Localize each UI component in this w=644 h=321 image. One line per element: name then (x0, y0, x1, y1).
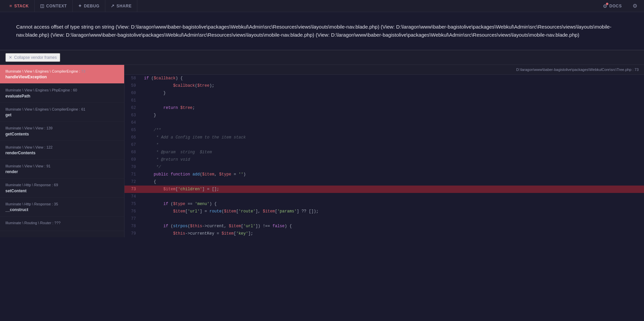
frame-1-class: Illuminate \ View \ Engines \ PhpEngine … (5, 88, 119, 93)
line-number-60: 60 (124, 90, 141, 96)
stack-frame-2[interactable]: Illuminate \ View \ Engines \ CompilerEn… (0, 103, 124, 122)
nav-share-label: SHARE (116, 4, 132, 8)
frame-2-method: get (5, 113, 119, 117)
docs-button[interactable]: ⊙ DOCS (599, 0, 626, 12)
frame-1-method: evaluatePath (5, 94, 119, 98)
nav-item-stack[interactable]: ≡ STACK (4, 0, 35, 12)
top-navigation: ≡ STACK ◫ CONTEXT ✦ DEBUG ↗ SHARE ⊙ DOCS… (0, 0, 644, 12)
code-content: 58 if ($callback) { 59 $callback($tree);… (124, 75, 644, 237)
line-number-79: 79 (124, 231, 141, 236)
line-number-66: 66 (124, 135, 141, 140)
stack-frame-4[interactable]: Illuminate \ View \ View : 122 renderCon… (0, 141, 124, 160)
nav-item-share[interactable]: ↗ SHARE (105, 0, 138, 12)
stack-frame-6[interactable]: Illuminate \ Http \ Response : 69 setCon… (0, 178, 124, 197)
settings-button[interactable]: ⚙ (630, 3, 640, 9)
line-number-59: 59 (124, 83, 141, 88)
line-number-62: 62 (124, 105, 141, 111)
docs-label: DOCS (609, 4, 622, 8)
line-text-58: if ($callback) { (141, 75, 644, 82)
nav-item-context[interactable]: ◫ CONTEXT (35, 0, 73, 12)
collapse-icon: ✕ (9, 55, 12, 60)
line-number-72: 72 (124, 179, 141, 185)
line-text-75: if ($type == 'menu') { (141, 200, 644, 208)
line-number-77: 77 (124, 216, 141, 222)
line-text-76: $item['url'] = route($item['route'], $it… (141, 208, 644, 215)
line-text-59: $callback($tree); (141, 82, 644, 89)
file-path: D:\laragon\www\baber-bagistolive\package… (124, 65, 644, 75)
code-line-76: 76 $item['url'] = route($item['route'], … (124, 208, 644, 215)
line-number-75: 75 (124, 201, 141, 207)
code-line-60: 60 } (124, 89, 644, 97)
code-line-62: 62 return $tree; (124, 104, 644, 112)
code-line-64: 64 (124, 119, 644, 126)
stack-frame-7[interactable]: Illuminate \ Http \ Response : 35 __cons… (0, 198, 124, 216)
frame-7-class: Illuminate \ Http \ Response : 35 (5, 202, 119, 207)
nav-item-debug[interactable]: ✦ DEBUG (73, 0, 105, 12)
line-text-63: } (141, 112, 644, 119)
stack-frame-3[interactable]: Illuminate \ View \ View : 139 getConten… (0, 122, 124, 141)
code-line-74: 74 (124, 193, 644, 200)
frame-0-class: Illuminate \ View \ Engines \ CompilerEn… (5, 69, 119, 74)
share-icon: ↗ (111, 3, 115, 8)
stack-header: ✕ Collapse vendor frames (0, 50, 644, 65)
error-section: Cannot access offset of type string on s… (0, 12, 644, 50)
code-line-75: 75 if ($type == 'menu') { (124, 200, 644, 208)
line-number-67: 67 (124, 142, 141, 148)
code-line-61: 61 (124, 97, 644, 104)
docs-badge: ⊙ (603, 3, 607, 9)
frame-4-method: renderContents (5, 151, 119, 155)
line-text-66: * Add a Config item to the item stack (141, 134, 644, 141)
line-number-58: 58 (124, 76, 141, 81)
line-number-74: 74 (124, 194, 141, 199)
code-line-63: 63 } (124, 112, 644, 119)
line-number-70: 70 (124, 164, 141, 170)
code-line-70: 70 */ (124, 163, 644, 171)
line-text-73: $item['children'] = []; (141, 186, 644, 193)
line-number-68: 68 (124, 150, 141, 155)
line-number-61: 61 (124, 98, 141, 103)
line-text-70: */ (141, 163, 644, 171)
two-column-layout: Illuminate \ View \ Engines \ CompilerEn… (0, 65, 644, 237)
frame-3-class: Illuminate \ View \ View : 139 (5, 126, 119, 131)
line-text-60: } (141, 89, 644, 97)
frame-5-class: Illuminate \ View \ View : 91 (5, 164, 119, 169)
stack-frame-1[interactable]: Illuminate \ View \ Engines \ PhpEngine … (0, 84, 124, 103)
line-text-69: * @return void (141, 156, 644, 163)
frame-8-class: Illuminate \ Routing \ Router : ??? (5, 220, 119, 226)
line-text-78: if (strpos($this->current, $item['url'])… (141, 223, 644, 230)
line-text-79: $this->currentKey = $item['key']; (141, 230, 644, 237)
stack-frame-0[interactable]: Illuminate \ View \ Engines \ CompilerEn… (0, 65, 124, 84)
code-line-67: 67 * (124, 141, 644, 149)
line-number-78: 78 (124, 224, 141, 229)
code-line-77: 77 (124, 215, 644, 223)
debug-icon: ✦ (78, 3, 82, 8)
collapse-vendor-frames-button[interactable]: ✕ Collapse vendor frames (5, 53, 60, 62)
notification-dot (606, 3, 608, 5)
code-line-78: 78 if (strpos($this->current, $item['url… (124, 223, 644, 230)
nav-right: ⊙ DOCS ⚙ (599, 0, 640, 12)
code-line-79: 79 $this->currentKey = $item['key']; (124, 230, 644, 237)
frame-3-method: getContents (5, 132, 119, 136)
line-number-64: 64 (124, 120, 141, 125)
stack-panel: Illuminate \ View \ Engines \ CompilerEn… (0, 65, 124, 237)
code-line-58: 58 if ($callback) { (124, 75, 644, 82)
line-number-73: 73 (124, 187, 141, 192)
line-text-71: public function add($item, $type = '') (141, 171, 644, 178)
line-number-63: 63 (124, 113, 141, 118)
line-number-65: 65 (124, 127, 141, 133)
line-number-76: 76 (124, 209, 141, 214)
nav-context-label: CONTEXT (46, 4, 67, 8)
stack-frame-5[interactable]: Illuminate \ View \ View : 91 render (0, 160, 124, 178)
frame-4-class: Illuminate \ View \ View : 122 (5, 145, 119, 150)
collapse-label: Collapse vendor frames (14, 55, 57, 60)
context-icon: ◫ (40, 3, 44, 8)
stack-frame-8[interactable]: Illuminate \ Routing \ Router : ??? (0, 216, 124, 231)
code-line-72: 72 { (124, 178, 644, 186)
error-message: Cannot access offset of type string on s… (16, 23, 628, 39)
code-line-66: 66 * Add a Config item to the item stack (124, 134, 644, 141)
code-line-71: 71 public function add($item, $type = ''… (124, 171, 644, 178)
line-text-65: /** (141, 126, 644, 134)
code-panel: D:\laragon\www\baber-bagistolive\package… (124, 65, 644, 237)
frame-2-class: Illuminate \ View \ Engines \ CompilerEn… (5, 107, 119, 112)
frame-6-method: setContent (5, 189, 119, 193)
